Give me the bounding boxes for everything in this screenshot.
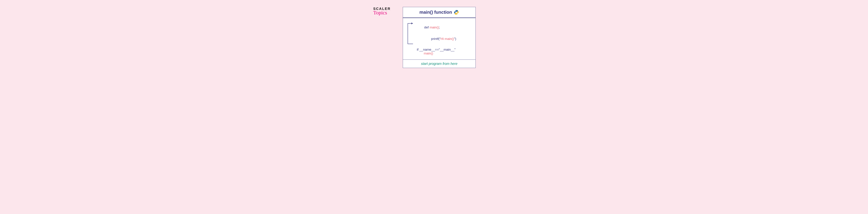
code-block: def main(); printf(“Hi main()”) if __nam… <box>403 17 475 60</box>
code-line-call: main() <box>406 51 472 55</box>
kw-def: def <box>424 26 430 29</box>
code-line-printf: printf(“Hi main()”) <box>406 33 472 44</box>
code-line-if: if __name__==“__main__” <box>406 48 472 51</box>
brand-logo: SCALER Topics <box>373 7 391 15</box>
brand-logo-line2: Topics <box>373 10 391 15</box>
printf-pre: printf(“ <box>431 37 441 41</box>
code-line-def: def main(); <box>406 22 472 33</box>
printf-post: ”) <box>454 37 456 41</box>
printf-hl: Hi main() <box>441 37 454 41</box>
diagram-stage: SCALER Topics main() function def main()… <box>330 7 538 68</box>
python-logo-icon <box>454 10 459 15</box>
card-footer: start program from here <box>403 60 475 68</box>
main-card: main() function def main(); printf(“Hi m… <box>403 7 476 68</box>
blank-line <box>406 44 472 48</box>
semicolon: ; <box>439 26 440 29</box>
card-title-row: main() function <box>403 7 475 17</box>
fn-main-decl: main() <box>430 26 439 29</box>
card-title-text: main() function <box>420 9 452 15</box>
